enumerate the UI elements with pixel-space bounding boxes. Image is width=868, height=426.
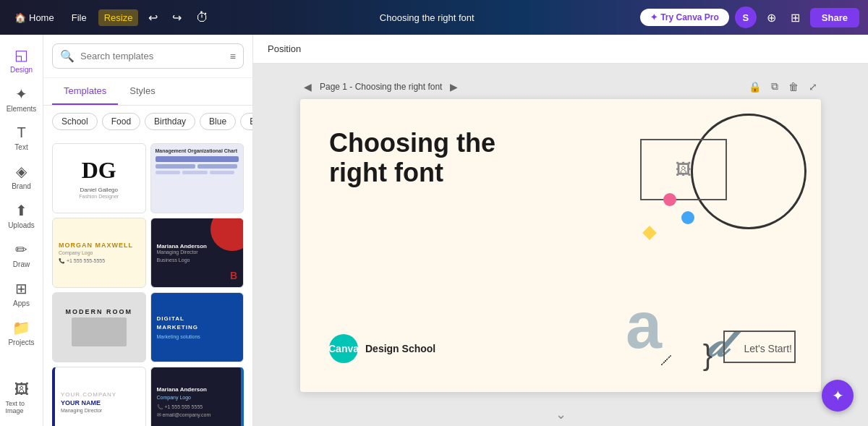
- filter-button[interactable]: ≡: [230, 51, 236, 62]
- resize-button[interactable]: Resize: [98, 9, 139, 26]
- search-area: 🔍 ≡: [43, 35, 252, 78]
- text-icon: T: [17, 124, 25, 141]
- user-avatar[interactable]: S: [735, 7, 757, 28]
- tag-food[interactable]: Food: [102, 113, 140, 130]
- file-button[interactable]: File: [66, 9, 93, 26]
- template-card-4[interactable]: Mariana Anderson Managing Director B Bus…: [150, 218, 244, 288]
- slide-1-title: Choosing the right font: [329, 128, 792, 188]
- grid-icon: ⊞: [791, 12, 800, 24]
- undo-button[interactable]: ↩: [144, 8, 162, 27]
- sidebar-item-draw[interactable]: ✏ Draw: [3, 235, 41, 274]
- tags-row: School Food Birthday Blue Back t...: [43, 106, 252, 137]
- search-wrapper: 🔍 ≡: [52, 43, 244, 69]
- tag-school[interactable]: School: [52, 113, 98, 130]
- timer-button[interactable]: ⏱: [192, 7, 213, 28]
- sidebar-item-brand[interactable]: ◈ Brand: [3, 157, 41, 196]
- main-canvas-area: ◀ Page 1 - Choosing the right font ▶ 🔒 ⧉…: [253, 64, 868, 426]
- tag-blue[interactable]: Blue: [200, 113, 236, 130]
- canva-circle-logo: Canva: [329, 334, 358, 363]
- sidebar-item-projects[interactable]: 📁 Projects: [3, 313, 41, 352]
- sidebar-item-text-to-image[interactable]: 🖼 Text to Image: [3, 375, 41, 420]
- sidebar-item-text[interactable]: T Text: [3, 119, 41, 157]
- template-card-2[interactable]: Management Organizational Chart: [150, 143, 244, 213]
- trash-icon: 🗑: [788, 81, 799, 93]
- redo-icon: ↪: [172, 12, 182, 24]
- draw-icon: ✏: [15, 241, 27, 258]
- ai-icon: ✦: [832, 387, 844, 404]
- page-1-label: ◀ Page 1 - Choosing the right font ▶: [300, 79, 461, 95]
- template-card-3[interactable]: MORGAN MAXWELL Company Logo 📞 +1 555 555…: [52, 218, 146, 288]
- slide-1[interactable]: 🖼 a 𝒹 } ⟋ Choosing the right font: [300, 99, 821, 392]
- panel-tabs: Templates Styles: [43, 78, 252, 106]
- elements-icon: ✦: [15, 85, 27, 103]
- sidebar-item-apps[interactable]: ⊞ Apps: [3, 274, 41, 313]
- home-button[interactable]: 🏠 Home: [9, 9, 60, 26]
- canva-logo: Canva Design School: [329, 334, 435, 363]
- search-input[interactable]: [80, 51, 224, 61]
- ai-assistant-button[interactable]: ✦: [822, 380, 854, 412]
- slide-1-content: Choosing the right font Canva Design Sch…: [300, 99, 821, 392]
- page-1-container: ◀ Page 1 - Choosing the right font ▶ 🔒 ⧉…: [300, 78, 821, 392]
- search-icon: 🔍: [60, 49, 75, 63]
- page-1-actions: 🔒 ⧉ 🗑 ⤢: [745, 78, 821, 95]
- brand-icon: ◈: [16, 163, 27, 180]
- tab-styles[interactable]: Styles: [118, 78, 166, 105]
- try-pro-button[interactable]: ✦ Try Canva Pro: [640, 9, 729, 26]
- template-grid: DG Daniel GallegoFashion Designer Manage…: [43, 137, 252, 426]
- page-1-nav-next[interactable]: ▶: [446, 79, 461, 95]
- template-card-5[interactable]: MODERN ROOM: [52, 292, 146, 362]
- left-sidebar: ◱ Design ✦ Elements T Text ◈ Brand ⬆ Upl…: [0, 35, 43, 426]
- expand-icon: ⤢: [809, 81, 817, 93]
- template-card-1[interactable]: DG Daniel GallegoFashion Designer: [52, 143, 146, 213]
- document-title: Choosing the right font: [219, 12, 634, 23]
- copy-icon: ⧉: [771, 80, 778, 92]
- topbar-right: ✦ Try Canva Pro S ⊕ ⊞ Share: [640, 7, 859, 28]
- template-card-7[interactable]: YOUR COMPANY YOUR NAME Managing Director: [52, 367, 146, 426]
- template-card-6[interactable]: DIGITAL MARKETING Marketing solutions: [150, 292, 244, 362]
- page-1-lock-button[interactable]: 🔒: [745, 79, 765, 95]
- more-button[interactable]: ⊕: [762, 8, 780, 27]
- page-1-copy-button[interactable]: ⧉: [767, 78, 782, 95]
- filter-icon: ≡: [230, 51, 236, 62]
- undo-icon: ↩: [148, 12, 158, 24]
- sidebar-item-elements[interactable]: ✦ Elements: [3, 80, 41, 119]
- grid-button[interactable]: ⊞: [786, 8, 804, 27]
- sidebar-item-design[interactable]: ◱ Design: [3, 41, 41, 80]
- position-bar: Position: [253, 35, 868, 64]
- share-button[interactable]: Share: [810, 8, 859, 27]
- page-1-header: ◀ Page 1 - Choosing the right font ▶ 🔒 ⧉…: [300, 78, 821, 95]
- try-pro-icon: ✦: [650, 12, 658, 22]
- projects-icon: 📁: [12, 319, 30, 336]
- page-1-expand-button[interactable]: ⤢: [805, 79, 821, 95]
- home-icon: 🏠: [14, 12, 26, 23]
- sidebar-item-uploads[interactable]: ⬆ Uploads: [3, 196, 41, 235]
- uploads-icon: ⬆: [15, 202, 27, 219]
- slide-1-footer: Canva Design School Let's Start!: [329, 334, 792, 363]
- tag-back[interactable]: Back t...: [240, 113, 252, 130]
- tab-templates[interactable]: Templates: [52, 78, 118, 105]
- page-1-nav-prev[interactable]: ◀: [300, 79, 315, 95]
- template-card-8[interactable]: Mariana Anderson Company Logo 📞 +1 555 5…: [150, 367, 244, 426]
- redo-button[interactable]: ↪: [168, 8, 186, 27]
- tag-birthday[interactable]: Birthday: [145, 113, 195, 130]
- plus-icon: ⊕: [767, 12, 776, 24]
- text-to-image-icon: 🖼: [14, 381, 29, 398]
- templates-panel: 🔍 ≡ Templates Styles School Food Birthda…: [43, 35, 253, 426]
- design-icon: ◱: [14, 46, 28, 64]
- apps-icon: ⊞: [15, 280, 27, 297]
- lock-icon: 🔒: [749, 81, 761, 93]
- between-slides: ⌄: [556, 404, 566, 425]
- topbar: 🏠 Home File Resize ↩ ↪ ⏱ Choosing the ri…: [0, 0, 868, 35]
- page-1-trash-button[interactable]: 🗑: [785, 79, 802, 95]
- down-arrow-icon: ⌄: [556, 406, 566, 422]
